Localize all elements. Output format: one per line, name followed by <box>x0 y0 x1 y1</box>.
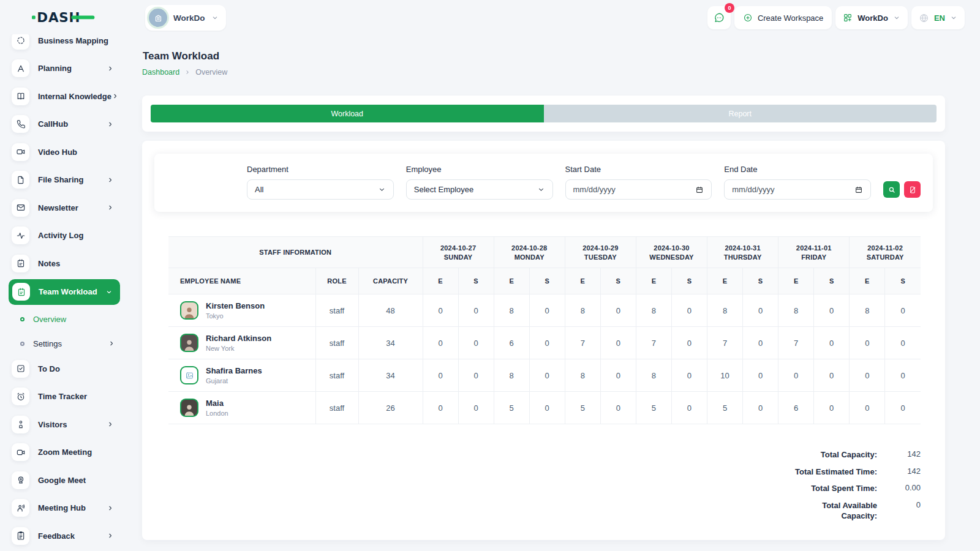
language-selector[interactable]: EN <box>911 6 965 29</box>
calendar-icon <box>695 186 704 194</box>
subcolumn-header-s: S <box>743 268 778 294</box>
employee-label: Employee <box>406 165 553 174</box>
employee-value: Select Employee <box>414 185 474 194</box>
activity-log-icon <box>12 227 29 244</box>
subcolumn-header-e: E <box>636 268 671 294</box>
day-column-header: 2024-10-27SUNDAY <box>423 237 494 268</box>
time-tracker-icon <box>12 388 29 405</box>
topbar: WorkDo 0 Create Workspace WorkDo <box>142 0 980 36</box>
sidebar-item-meeting-hub[interactable]: Meeting Hub <box>12 496 120 520</box>
total-row: Total Estimated Time:142 <box>785 467 921 478</box>
employee-name-header: EMPLOYEE NAME <box>168 268 315 294</box>
spent-hours-cell: 0 <box>814 294 850 327</box>
employee-name: Shafira Barnes <box>206 366 262 375</box>
breadcrumb-current: Overview <box>195 68 227 77</box>
capacity-cell: 34 <box>358 359 423 392</box>
sidebar-subitem-overview[interactable]: Overview <box>20 307 115 331</box>
day-column-header: 2024-11-02SATURDAY <box>850 237 921 268</box>
breadcrumb-dashboard-link[interactable]: Dashboard <box>142 68 179 77</box>
create-workspace-button[interactable]: Create Workspace <box>734 6 832 29</box>
employee-location: Tokyo <box>206 312 265 320</box>
department-field: Department All <box>247 165 394 200</box>
subcolumn-header-s: S <box>529 268 565 294</box>
sidebar-item-label: Internal Knowledge <box>38 92 111 101</box>
messages-button[interactable]: 0 <box>707 6 731 29</box>
sidebar-item-newsletter[interactable]: Newsletter <box>12 195 120 220</box>
workspace-selector[interactable]: WorkDo <box>145 5 226 31</box>
sidebar-item-label: Business Mapping <box>38 36 114 45</box>
sidebar-item-file-sharing[interactable]: File Sharing <box>12 168 120 192</box>
globe-icon <box>919 13 929 23</box>
spent-hours-cell: 0 <box>529 294 565 327</box>
estimated-hours-cell: 8 <box>778 294 814 327</box>
sidebar-item-callhub[interactable]: CallHub <box>12 112 120 137</box>
sidebar-subitem-label: Settings <box>33 339 62 348</box>
sidebar-item-notes[interactable]: Notes <box>12 251 120 276</box>
sidebar-item-label: Visitors <box>38 420 107 429</box>
spent-hours-cell: 0 <box>671 327 707 359</box>
search-button[interactable] <box>883 181 900 198</box>
sidebar-item-visitors[interactable]: Visitors <box>12 412 120 437</box>
employee-location: New York <box>206 345 271 352</box>
sidebar-item-label: Notes <box>38 259 114 268</box>
file-slash-icon <box>908 186 917 194</box>
estimated-hours-cell: 0 <box>423 359 458 392</box>
total-label: Total Estimated Time: <box>785 467 877 478</box>
end-date-placeholder: mm/dd/yyyy <box>732 185 774 194</box>
end-date-input[interactable]: mm/dd/yyyy <box>724 179 871 200</box>
chevron-right-icon <box>107 176 114 184</box>
view-tabs: Workload Report <box>151 105 937 122</box>
estimated-hours-cell: 0 <box>850 359 885 392</box>
sidebar-item-to-do[interactable]: To Do <box>12 356 120 381</box>
grid-plus-icon <box>843 13 853 23</box>
subcolumn-header-e: E <box>494 268 529 294</box>
sidebar-item-zoom-meeting[interactable]: Zoom Meeting <box>12 440 120 465</box>
sidebar-subitem-settings[interactable]: Settings <box>20 332 115 355</box>
estimated-hours-cell: 5 <box>565 392 600 424</box>
spent-hours-cell: 0 <box>814 359 850 392</box>
estimated-hours-cell: 7 <box>778 327 814 359</box>
tab-workload[interactable]: Workload <box>151 105 544 122</box>
spent-hours-cell: 0 <box>743 327 778 359</box>
spent-hours-cell: 0 <box>529 392 565 424</box>
employee-field: Employee Select Employee <box>406 165 553 200</box>
sidebar-item-activity-log[interactable]: Activity Log <box>12 223 120 248</box>
total-value: 0 <box>877 500 921 522</box>
google-meet-icon <box>12 471 29 489</box>
meeting-hub-icon <box>12 499 29 517</box>
chevron-right-icon <box>111 92 119 100</box>
chevron-down-icon <box>378 186 386 193</box>
start-date-placeholder: mm/dd/yyyy <box>573 185 616 194</box>
sidebar-item-label: Zoom Meeting <box>38 448 114 457</box>
sidebar-item-time-tracker[interactable]: Time Tracker <box>12 384 120 409</box>
sidebar-item-internal-knowledge[interactable]: Internal Knowledge <box>12 84 120 108</box>
estimated-hours-cell: 0 <box>423 392 458 424</box>
spent-hours-cell: 0 <box>814 327 850 359</box>
estimated-hours-cell: 0 <box>423 327 458 359</box>
total-row: Total Capacity:142 <box>785 449 921 460</box>
sidebar-item-feedback[interactable]: Feedback <box>12 523 120 548</box>
subcolumn-header-s: S <box>814 268 850 294</box>
sidebar-item-team-workload[interactable]: Team Workload <box>9 279 120 305</box>
sidebar-item-planning[interactable]: Planning <box>12 56 120 81</box>
role-cell: staff <box>315 359 358 392</box>
tab-report[interactable]: Report <box>544 105 937 122</box>
spent-hours-cell: 0 <box>458 359 494 392</box>
sidebar-item-google-meet[interactable]: Google Meet <box>12 468 120 492</box>
app-logo[interactable]: DASH <box>0 0 142 34</box>
sidebar-item-label: To Do <box>38 364 114 373</box>
sidebar-item-label: Time Tracker <box>38 392 114 401</box>
workload-table-wrap: STAFF INFORMATION 2024-10-27SUNDAY2024-1… <box>168 236 921 424</box>
sidebar-item-video-hub[interactable]: Video Hub <box>12 140 120 164</box>
role-header: ROLE <box>315 268 358 294</box>
employee-select[interactable]: Select Employee <box>406 179 553 200</box>
estimated-hours-cell: 0 <box>850 392 885 424</box>
chevron-right-icon <box>107 204 114 211</box>
department-select[interactable]: All <box>247 179 394 200</box>
start-date-input[interactable]: mm/dd/yyyy <box>565 179 712 200</box>
estimated-hours-cell: 7 <box>636 327 671 359</box>
estimated-hours-cell: 7 <box>707 327 743 359</box>
workspace-menu-button[interactable]: WorkDo <box>835 6 908 29</box>
chevron-right-icon <box>107 532 114 539</box>
reset-filter-button[interactable] <box>904 181 921 198</box>
